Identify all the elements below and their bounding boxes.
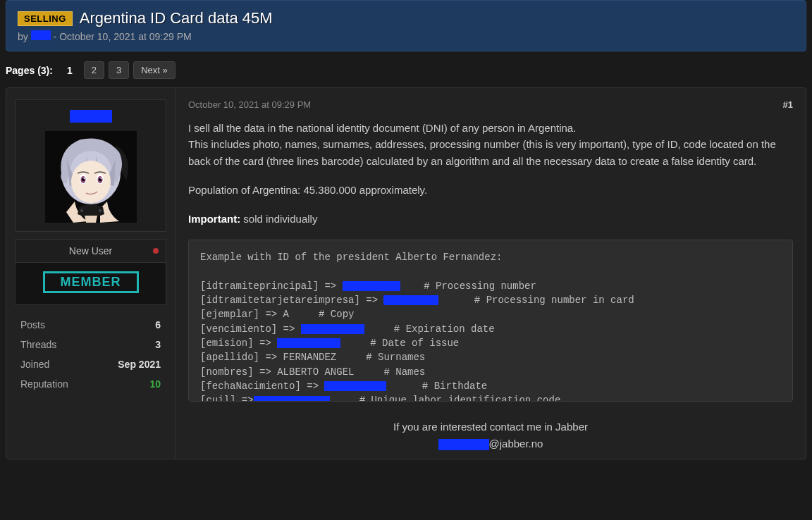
redacted-value: [277, 338, 340, 348]
svg-point-6: [83, 178, 85, 179]
redacted-value: [301, 324, 364, 334]
redacted-value: [383, 295, 438, 305]
post-para2: This includes photo, names, surnames, ad…: [188, 138, 776, 166]
code-block[interactable]: Example with ID of the president Alberto…: [188, 240, 793, 402]
next-page-button[interactable]: Next »: [133, 61, 176, 79]
post-timestamp[interactable]: October 10, 2021 at 09:29 PM: [188, 99, 311, 110]
user-title-bar: New User: [15, 239, 166, 263]
redacted-contact: [438, 439, 489, 450]
member-badge: MEMBER: [43, 271, 139, 293]
post-number[interactable]: #1: [783, 99, 793, 110]
post-important: Important: sold individually: [188, 211, 793, 227]
pages-label: Pages (3):: [6, 65, 53, 76]
svg-point-12: [99, 209, 102, 212]
rank-box: MEMBER: [15, 263, 166, 305]
redacted-value: [254, 396, 330, 402]
thread-title: Argentina ID Card data 45M: [80, 9, 273, 27]
pagination: Pages (3): 1 2 3 Next »: [6, 61, 806, 79]
page-3-button[interactable]: 3: [109, 61, 129, 79]
post-body: I sell all the data in the national iden…: [188, 120, 793, 452]
stat-posts: Posts 6: [15, 315, 166, 335]
post-para1: I sell all the data in the national iden…: [188, 122, 576, 134]
thread-byline: by - October 10, 2021 at 09:29 PM: [18, 30, 794, 42]
svg-point-2: [71, 161, 111, 203]
post-sidebar: New User MEMBER Posts 6 Threads 3 Joined…: [6, 88, 176, 459]
avatar[interactable]: [45, 131, 137, 223]
post-main: October 10, 2021 at 09:29 PM #1 I sell a…: [176, 88, 806, 459]
selling-badge: SELLING: [18, 11, 73, 26]
status-offline-icon: [153, 248, 159, 254]
page-current: 1: [60, 62, 80, 79]
svg-point-10: [100, 178, 102, 179]
author-redacted: [31, 30, 51, 40]
username-redacted[interactable]: [70, 110, 112, 123]
thread-header: SELLING Argentina ID Card data 45M by - …: [6, 0, 806, 51]
post: New User MEMBER Posts 6 Threads 3 Joined…: [6, 87, 806, 459]
redacted-value: [324, 381, 386, 391]
user-stats: Posts 6 Threads 3 Joined Sep 2021 Reputa…: [15, 315, 166, 394]
page-2-button[interactable]: 2: [84, 61, 104, 79]
svg-point-11: [80, 209, 83, 212]
post-para3: Population of Argentina: 45.380.000 appr…: [188, 182, 793, 198]
redacted-value: [343, 281, 400, 291]
stat-threads: Threads 3: [15, 335, 166, 354]
contact-info: If you are interested contact me in Jabb…: [188, 419, 793, 452]
user-box: [15, 99, 166, 232]
post-meta: October 10, 2021 at 09:29 PM #1: [188, 99, 793, 110]
stat-joined: Joined Sep 2021: [15, 354, 166, 374]
stat-reputation: Reputation 10: [15, 374, 166, 394]
user-title: New User: [69, 245, 112, 256]
